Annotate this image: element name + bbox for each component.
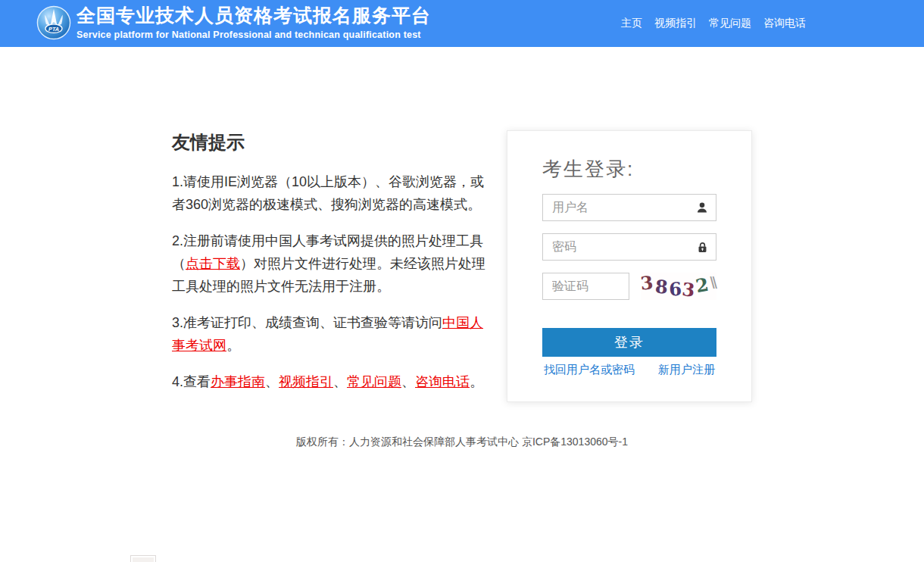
tip-red-link[interactable]: 咨询电话 bbox=[415, 374, 470, 389]
partial-element-artifact bbox=[130, 555, 156, 562]
captcha-noise: \\ bbox=[710, 273, 715, 293]
tip-item: 3.准考证打印、成绩查询、证书查验等请访问中国人事考试网。 bbox=[172, 311, 490, 357]
captcha-digit: 8 bbox=[654, 277, 668, 296]
brand-text: 全国专业技术人员资格考试报名服务平台 Service platform for … bbox=[76, 5, 431, 40]
captcha-digit: 3 bbox=[639, 273, 654, 293]
nav-link-3[interactable]: 咨询电话 bbox=[763, 17, 806, 30]
captcha-image[interactable]: 38632\\ bbox=[641, 273, 716, 300]
register-link[interactable]: 新用户注册 bbox=[658, 363, 715, 377]
login-heading: 考生登录: bbox=[542, 156, 716, 183]
tip-red-link[interactable]: 中国人事考试网 bbox=[172, 315, 483, 353]
tips-list: 1.请使用IE浏览器（10以上版本）、谷歌浏览器，或者360浏览器的极速模式、搜… bbox=[172, 170, 490, 393]
site-title: 全国专业技术人员资格考试报名服务平台 bbox=[76, 5, 431, 27]
tip-red-link[interactable]: 办事指南 bbox=[211, 374, 265, 389]
tips-heading: 友情提示 bbox=[172, 130, 490, 155]
pta-logo-icon: PTA bbox=[36, 5, 71, 40]
tips-section: 友情提示 1.请使用IE浏览器（10以上版本）、谷歌浏览器，或者360浏览器的极… bbox=[172, 130, 490, 407]
logo-text: PTA bbox=[48, 27, 59, 33]
nav-link-2[interactable]: 常见问题 bbox=[709, 17, 751, 30]
nav-link-1[interactable]: 视频指引 bbox=[654, 17, 697, 30]
login-links: 找回用户名或密码 新用户注册 bbox=[542, 363, 716, 377]
header: PTA 全国专业技术人员资格考试报名服务平台 Service platform … bbox=[0, 0, 924, 47]
main-content: 友情提示 1.请使用IE浏览器（10以上版本）、谷歌浏览器，或者360浏览器的极… bbox=[172, 47, 752, 407]
captcha-row: 38632\\ bbox=[542, 273, 716, 300]
captcha-digit: 3 bbox=[681, 280, 695, 300]
password-row bbox=[542, 233, 716, 261]
lock-icon bbox=[695, 240, 709, 254]
tip-item: 2.注册前请使用中国人事考试网提供的照片处理工具（点击下载）对照片文件进行处理。… bbox=[172, 229, 490, 298]
captcha-digit: 6 bbox=[669, 280, 682, 299]
captcha-digit: 2 bbox=[695, 276, 710, 296]
brand: PTA 全国专业技术人员资格考试报名服务平台 Service platform … bbox=[36, 5, 431, 40]
nav-link-0[interactable]: 主页 bbox=[621, 17, 642, 30]
site-subtitle: Service platform for National Profession… bbox=[76, 30, 431, 40]
captcha-input[interactable] bbox=[542, 273, 629, 300]
login-button[interactable]: 登录 bbox=[542, 328, 716, 357]
login-panel: 考生登录: 38632\\ 登录 bbox=[507, 130, 752, 402]
password-input[interactable] bbox=[542, 233, 716, 261]
header-nav: 主页视频指引常见问题咨询电话 bbox=[621, 0, 806, 47]
user-icon bbox=[695, 201, 709, 214]
tip-item: 4.查看办事指南、视频指引、常见问题、咨询电话。 bbox=[172, 370, 490, 393]
tip-item: 1.请使用IE浏览器（10以上版本）、谷歌浏览器，或者360浏览器的极速模式、搜… bbox=[172, 170, 490, 216]
username-row bbox=[542, 194, 716, 221]
tip-red-link[interactable]: 点击下载 bbox=[186, 256, 240, 271]
forgot-password-link[interactable]: 找回用户名或密码 bbox=[544, 363, 635, 377]
username-input[interactable] bbox=[542, 194, 716, 221]
footer-copyright: 版权所有：人力资源和社会保障部人事考试中心 京ICP备13013060号-1 bbox=[0, 436, 924, 449]
tip-red-link[interactable]: 视频指引 bbox=[279, 374, 333, 389]
tip-red-link[interactable]: 常见问题 bbox=[347, 374, 401, 389]
